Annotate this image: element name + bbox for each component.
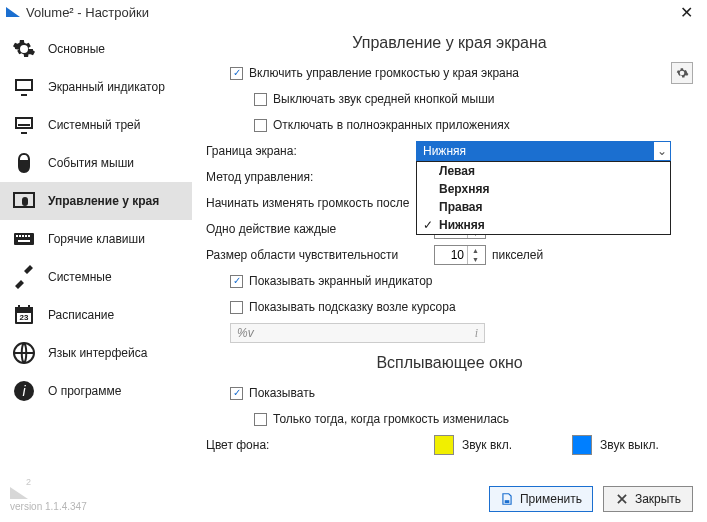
sidebar-item-tray[interactable]: Системный трей: [0, 106, 192, 144]
sidebar-item-label: Системные: [48, 270, 112, 284]
tray-icon: [10, 111, 38, 139]
sidebar-item-label: Горячие клавиши: [48, 232, 145, 246]
hint-format-field: %vi: [230, 323, 485, 343]
main-panel: Управление у края экрана Включить управл…: [192, 24, 707, 522]
close-button[interactable]: Закрыть: [603, 486, 693, 512]
spin-up-icon[interactable]: ▲: [468, 246, 483, 255]
checkbox-show-hint[interactable]: Показывать подсказку возле курсора: [230, 300, 456, 314]
svg-rect-6: [22, 235, 24, 237]
border-dropdown: Левая Верхняя Правая Нижняя: [416, 161, 671, 235]
checkbox-show-osd[interactable]: Показывать экранный индикатор: [230, 274, 433, 288]
apply-button[interactable]: Применить: [489, 486, 593, 512]
version-label: 2 version 1.1.4.347: [0, 481, 192, 522]
gear-icon: [10, 35, 38, 63]
tools-icon: [10, 263, 38, 291]
color-sound-on[interactable]: [434, 435, 454, 455]
svg-rect-15: [28, 305, 30, 309]
sidebar-item-schedule[interactable]: 23 Расписание: [0, 296, 192, 334]
label-sensitivity: Размер области чувствительности: [206, 248, 416, 262]
edge-settings-button[interactable]: [671, 62, 693, 84]
checkbox-popup-show[interactable]: Показывать: [230, 386, 315, 400]
sidebar-item-edge[interactable]: Управление у края: [0, 182, 192, 220]
sidebar-item-label: Системный трей: [48, 118, 141, 132]
label-start-after: Начинать изменять громкость после: [206, 196, 409, 210]
svg-rect-9: [18, 240, 30, 242]
svg-text:23: 23: [20, 313, 29, 322]
chevron-down-icon: ⌄: [654, 144, 670, 158]
section-title-edge: Управление у края экрана: [206, 34, 693, 52]
keyboard-icon: [10, 225, 38, 253]
svg-rect-8: [28, 235, 30, 237]
svg-rect-3: [14, 233, 34, 245]
border-option-right[interactable]: Правая: [417, 198, 670, 216]
calendar-icon: 23: [10, 301, 38, 329]
window-title: Volume² - Настройки: [26, 5, 672, 20]
svg-rect-7: [25, 235, 27, 237]
svg-rect-14: [18, 305, 20, 309]
border-option-left[interactable]: Левая: [417, 162, 670, 180]
border-option-top[interactable]: Верхняя: [417, 180, 670, 198]
section-title-popup: Всплывающее окно: [206, 354, 693, 372]
sidebar-item-language[interactable]: Язык интерфейса: [0, 334, 192, 372]
mouse-edge-icon: [10, 187, 38, 215]
svg-rect-11: [15, 307, 33, 311]
sidebar-item-label: Язык интерфейса: [48, 346, 147, 360]
spin-down-icon[interactable]: ▼: [468, 255, 483, 264]
globe-icon: [10, 339, 38, 367]
sidebar-item-label: Управление у края: [48, 194, 159, 208]
checkbox-enable-edge[interactable]: Включить управление громкостью у края эк…: [206, 66, 519, 80]
close-window-button[interactable]: ✕: [672, 3, 701, 22]
monitor-icon: [10, 73, 38, 101]
info-icon[interactable]: i: [475, 326, 478, 341]
sidebar-item-system[interactable]: Системные: [0, 258, 192, 296]
sidebar-item-about[interactable]: i О программе: [0, 372, 192, 410]
checkbox-disable-fullscreen[interactable]: Отключать в полноэкранных приложениях: [254, 118, 510, 132]
app-logo-icon: [6, 7, 20, 17]
svg-rect-4: [16, 235, 18, 237]
sidebar-item-label: Расписание: [48, 308, 114, 322]
border-option-bottom[interactable]: Нижняя: [417, 216, 670, 234]
sidebar-item-label: События мыши: [48, 156, 134, 170]
sensitivity-stepper[interactable]: ▲▼: [434, 245, 486, 265]
svg-rect-5: [19, 235, 21, 237]
sidebar: Основные Экранный индикатор Системный тр…: [0, 24, 192, 522]
sidebar-item-osd[interactable]: Экранный индикатор: [0, 68, 192, 106]
mouse-icon: [10, 149, 38, 177]
svg-rect-19: [505, 500, 510, 503]
border-select[interactable]: Нижняя ⌄: [416, 141, 671, 161]
info-icon: i: [10, 377, 38, 405]
checkbox-mute-middle[interactable]: Выключать звук средней кнопкой мыши: [254, 92, 494, 106]
label-one-action: Одно действие каждые: [206, 222, 416, 236]
label-border: Граница экрана:: [206, 144, 416, 158]
sidebar-item-label: Основные: [48, 42, 105, 56]
sidebar-item-label: Экранный индикатор: [48, 80, 165, 94]
color-sound-off[interactable]: [572, 435, 592, 455]
label-bgcolor: Цвет фона:: [206, 438, 416, 452]
checkbox-popup-only-changed[interactable]: Только тогда, когда громкость изменилась: [254, 412, 509, 426]
sidebar-item-mouse[interactable]: События мыши: [0, 144, 192, 182]
label-method: Метод управления:: [206, 170, 416, 184]
svg-rect-1: [18, 124, 30, 126]
sidebar-item-label: О программе: [48, 384, 121, 398]
sidebar-item-main[interactable]: Основные: [0, 30, 192, 68]
sidebar-item-hotkeys[interactable]: Горячие клавиши: [0, 220, 192, 258]
